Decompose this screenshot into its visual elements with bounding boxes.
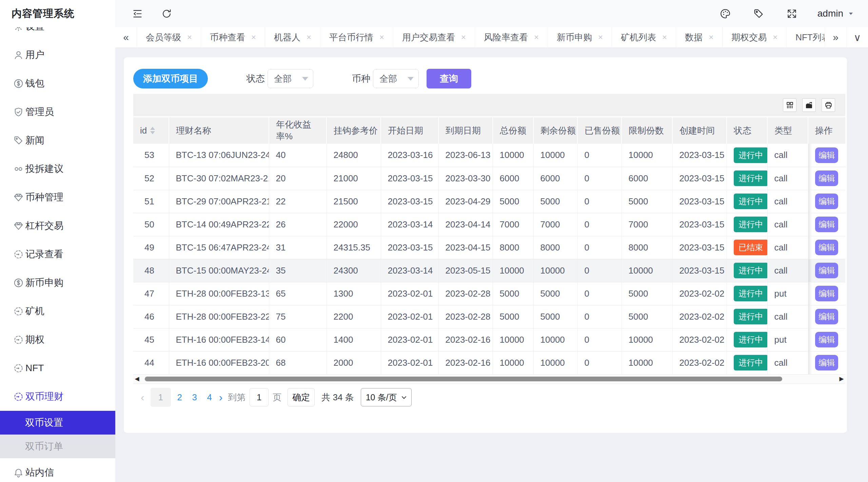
tab-close-icon[interactable]: × <box>187 33 192 42</box>
cell-sold: 0 <box>577 213 622 236</box>
sort-icons[interactable] <box>150 127 155 134</box>
tab-close-icon[interactable]: × <box>709 33 713 42</box>
edit-button[interactable]: 编辑 <box>815 355 838 370</box>
tab-close-icon[interactable]: × <box>598 33 603 42</box>
edit-button[interactable]: 编辑 <box>815 194 838 209</box>
tab-风险率查看[interactable]: 风险率查看× <box>475 27 548 47</box>
tab-机器人[interactable]: 机器人× <box>265 27 320 47</box>
theme-palette-icon[interactable] <box>719 7 732 20</box>
cell-status: 进行中 <box>727 167 767 190</box>
edit-button[interactable]: 编辑 <box>815 240 838 255</box>
sidebar-item-杠杆交易[interactable]: 杠杆交易 <box>0 212 115 240</box>
prev-page-icon[interactable]: ‹ <box>141 391 144 404</box>
cell-type: call <box>767 213 808 236</box>
sidebar-item-记录查看[interactable]: 记录查看 <box>0 240 115 268</box>
tab-close-icon[interactable]: × <box>251 33 256 42</box>
tab-close-icon[interactable]: × <box>307 33 311 42</box>
sidebar-item-NFT[interactable]: NFT <box>0 354 115 382</box>
sidebar-item-矿机[interactable]: 矿机 <box>0 297 115 325</box>
scroll-right-arrow-icon[interactable]: ▶ <box>838 375 845 383</box>
cell-action: 编辑 <box>808 190 845 213</box>
edit-button[interactable]: 编辑 <box>815 332 838 347</box>
sidebar-item-币种管理[interactable]: 币种管理 <box>0 183 115 212</box>
edit-button[interactable]: 编辑 <box>815 170 838 186</box>
edit-button[interactable]: 编辑 <box>815 217 838 232</box>
page-size-select[interactable]: 10 条/页 <box>361 388 412 406</box>
tab-币种查看[interactable]: 币种查看× <box>201 27 265 47</box>
edit-button[interactable]: 编辑 <box>815 147 838 163</box>
tab-平台币行情[interactable]: 平台币行情× <box>320 27 393 47</box>
tab-close-icon[interactable]: × <box>534 33 539 42</box>
sidebar-subitem-双币订单[interactable]: 双币订单 <box>0 435 115 458</box>
tab-新币申购[interactable]: 新币申购× <box>548 27 612 47</box>
goto-page-input[interactable] <box>250 388 269 406</box>
column-header-总份额: 总份额 <box>493 117 533 144</box>
cell-limit: 10000 <box>622 328 672 351</box>
sidebar-item-双币理财[interactable]: 双币理财 <box>0 382 115 411</box>
cell-limit: 6000 <box>622 167 672 190</box>
scrollbar-thumb[interactable] <box>145 377 782 381</box>
cell-created: 2023-03-15 <box>672 144 727 167</box>
cell-remain: 10000 <box>533 351 577 374</box>
status-badge: 已结束 <box>734 240 768 255</box>
tab-NFT列表[interactable]: NFT列表× <box>787 27 825 47</box>
tabs-scroll-right-icon[interactable]: » <box>825 27 846 47</box>
tab-用户交易查看[interactable]: 用户交易查看× <box>393 27 475 47</box>
coin-filter-select[interactable]: 全部 <box>373 69 419 88</box>
page-number-1[interactable]: 1 <box>151 388 171 407</box>
status-badge: 进行中 <box>734 309 768 324</box>
search-button[interactable]: 查询 <box>427 69 471 88</box>
tab-期权交易[interactable]: 期权交易× <box>723 27 787 47</box>
sidebar-item-新币申购[interactable]: 新币申购 <box>0 268 115 297</box>
tag-icon[interactable] <box>752 7 765 20</box>
sidebar-item-用户[interactable]: 用户 <box>0 41 115 69</box>
tab-close-icon[interactable]: × <box>461 33 466 42</box>
page-number-4[interactable]: 4 <box>202 388 217 407</box>
edit-button[interactable]: 编辑 <box>815 263 838 278</box>
sidebar-item-投拆建议[interactable]: 投拆建议 <box>0 155 115 183</box>
sidebar-item-新闻[interactable]: 新闻 <box>0 126 115 155</box>
print-button[interactable] <box>822 98 835 112</box>
cell-sold: 0 <box>577 282 622 305</box>
export-button[interactable] <box>802 98 816 112</box>
status-filter-select[interactable]: 全部 <box>268 69 313 88</box>
page-number-3[interactable]: 3 <box>187 388 202 407</box>
add-dual-project-button[interactable]: 添加双币项目 <box>133 69 208 88</box>
tab-close-icon[interactable]: × <box>379 33 384 42</box>
tab-close-icon[interactable]: × <box>773 33 777 42</box>
tabs-scroll-left-icon[interactable]: « <box>115 27 137 47</box>
cell-name: BTC-14 00:49APR23-2200... <box>169 213 269 236</box>
page-number-2[interactable]: 2 <box>172 388 187 407</box>
cell-sold: 0 <box>577 167 622 190</box>
sidebar-item-期权[interactable]: 期权 <box>0 325 115 354</box>
goto-confirm-button[interactable]: 确定 <box>288 388 315 406</box>
tab-矿机列表[interactable]: 矿机列表× <box>612 27 676 47</box>
collapse-sidebar-icon[interactable] <box>131 7 144 20</box>
user-menu[interactable]: admin <box>817 8 854 19</box>
page-size-value: 10 条/页 <box>366 392 397 403</box>
tab-会员等级[interactable]: 会员等级× <box>137 27 201 47</box>
columns-button[interactable] <box>783 98 796 112</box>
sidebar-item-管理员[interactable]: 管理员 <box>0 98 115 126</box>
cell-id: 49 <box>133 236 169 259</box>
cell-rate: 68 <box>269 351 327 374</box>
cell-start: 2023-03-15 <box>381 236 438 259</box>
sidebar-subitem-双币设置[interactable]: 双币设置 <box>0 411 115 435</box>
refresh-icon[interactable] <box>160 7 173 20</box>
sidebar: 内容管理系统 设置用户钱包管理员新闻投拆建议币种管理杠杆交易记录查看新币申购矿机… <box>0 0 115 482</box>
sidebar-item-设置[interactable]: 设置 <box>0 27 115 41</box>
sidebar-item-钱包[interactable]: 钱包 <box>0 69 115 98</box>
scroll-left-arrow-icon[interactable]: ◀ <box>133 375 141 383</box>
fullscreen-icon[interactable] <box>786 7 798 20</box>
cell-start: 2023-03-16 <box>381 144 438 167</box>
edit-button[interactable]: 编辑 <box>815 309 838 324</box>
tabs-dropdown-icon[interactable]: ∨ <box>846 27 868 47</box>
sidebar-item-站内信[interactable]: 站内信 <box>0 458 115 482</box>
edit-button[interactable]: 编辑 <box>815 286 838 301</box>
next-page-icon[interactable]: › <box>219 391 223 404</box>
scrollbar-track[interactable] <box>141 377 838 381</box>
tab-数据[interactable]: 数据× <box>676 27 723 47</box>
tab-close-icon[interactable]: × <box>662 33 667 42</box>
column-header-id[interactable]: id <box>133 117 169 144</box>
sort-header[interactable]: id <box>140 125 169 136</box>
